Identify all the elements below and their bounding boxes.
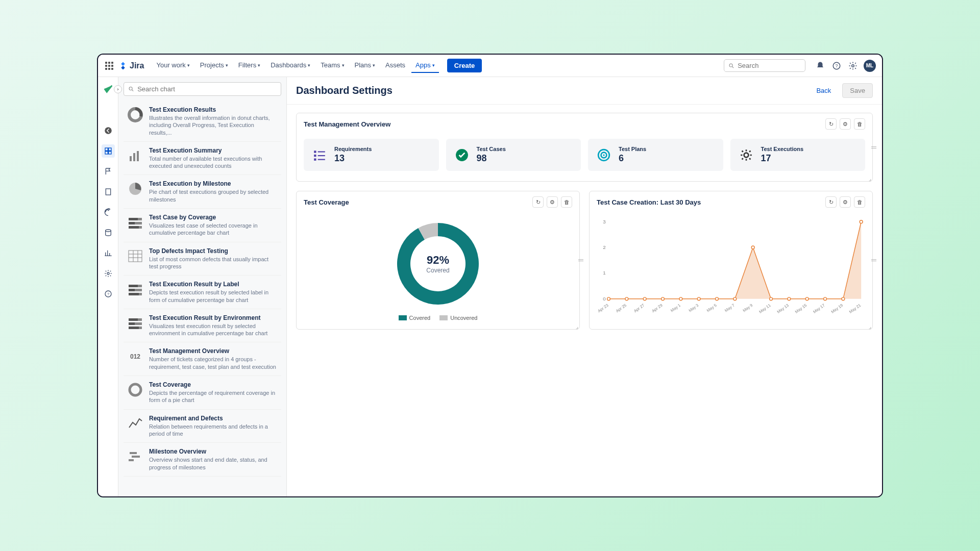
stat-value: 17 [761,153,804,164]
back-button[interactable]: Back [809,84,838,97]
panel-settings-button[interactable]: ⚙ [840,196,851,208]
svg-text:May 13: May 13 [776,303,790,314]
svg-line-16 [132,90,134,91]
rail-reports-icon[interactable] [102,246,115,260]
sidebar-search[interactable] [124,82,281,96]
rail-data-icon[interactable] [102,226,115,239]
chart-list-item[interactable]: Test Execution SummaryTotal number of av… [124,142,281,176]
svg-rect-25 [129,222,135,224]
panel-delete-button[interactable]: 🗑 [561,196,572,208]
rail-back-icon[interactable] [102,124,115,137]
svg-text:May 15: May 15 [794,303,808,314]
chart-list-item[interactable]: Requirement and DefectsRelation between … [124,410,281,443]
svg-rect-49 [129,459,134,461]
save-button[interactable]: Save [842,83,873,98]
user-avatar[interactable]: ML [864,60,876,72]
chart-sidebar: Test Execution ResultsIllustrates the ov… [118,77,287,496]
chart-list-item[interactable]: Test Execution Result by LabelDepicts te… [124,276,281,309]
chart-item-title: Test Execution Summary [149,147,278,154]
panel-delete-button[interactable]: 🗑 [854,118,865,130]
coverage-legend: CoveredUncovered [399,315,478,321]
chart-thumb-icon [127,281,144,298]
svg-rect-50 [314,151,316,153]
chart-list-item[interactable]: Test Case by CoverageVisualizes test cas… [124,209,281,242]
overview-panel: Test Management Overview ↻ ⚙ 🗑 Requireme… [296,113,873,182]
chart-item-title: Test Case by Coverage [149,214,278,221]
svg-point-72 [733,297,737,300]
svg-text:Apr 27: Apr 27 [633,303,645,314]
stat-card-requirements: Requirements13 [304,139,439,171]
panel-refresh-button[interactable]: ↻ [825,196,837,208]
rail-page-icon[interactable] [102,185,115,198]
global-search[interactable] [724,59,805,72]
resize-handle-icon[interactable]: ⌟ [576,323,578,330]
chart-thumb-icon [127,247,144,265]
resize-handle-icon[interactable]: || [578,259,584,262]
svg-text:?: ? [107,292,109,296]
rail-help-icon[interactable]: ? [102,287,115,300]
rail-settings-icon[interactable] [102,267,115,280]
resize-handle-icon[interactable]: ⌟ [869,176,871,182]
panel-settings-button[interactable]: ⚙ [840,118,851,130]
sidebar-search-input[interactable] [137,85,277,93]
stat-card-test-executions: Test Executions17 [730,139,866,171]
create-button[interactable]: Create [447,59,482,72]
chart-item-title: Test Execution Result by Environment [149,314,278,321]
svg-rect-34 [129,285,138,287]
stat-card-test-cases: Test Cases98 [446,139,581,171]
svg-line-1 [732,66,734,68]
chart-item-title: Test Management Overview [149,347,278,355]
svg-point-60 [744,153,748,157]
panel-refresh-button[interactable]: ↻ [825,118,837,130]
app-switcher-icon[interactable] [104,61,114,71]
panel-delete-button[interactable]: 🗑 [854,196,865,208]
chart-thumb-icon [127,415,144,432]
nav-item-apps[interactable]: Apps ▾ [411,58,439,73]
chart-list-item[interactable]: Test Execution by MilestonePie chart of … [124,175,281,209]
svg-rect-47 [130,452,137,454]
overview-title: Test Management Overview [304,120,390,128]
nav-item-your-work[interactable]: Your work ▾ [152,58,193,73]
global-search-input[interactable] [738,62,801,69]
rail-expand-toggle[interactable]: › [114,85,122,93]
nav-menu: Your work ▾Projects ▾Filters ▾Dashboards… [152,58,438,73]
chart-item-desc: Visualizes test case of selected coverag… [149,222,278,237]
svg-text:1: 1 [603,270,605,276]
resize-handle-icon[interactable]: ⌟ [869,323,871,330]
chart-list-item[interactable]: Test Execution Result by EnvironmentVisu… [124,309,281,343]
svg-text:Apr 25: Apr 25 [615,303,628,313]
nav-item-assets[interactable]: Assets [381,58,409,73]
chart-list-item[interactable]: Test Execution ResultsIllustrates the ov… [124,101,281,142]
panel-settings-button[interactable]: ⚙ [547,196,558,208]
resize-handle-icon[interactable]: || [871,259,877,262]
svg-rect-23 [129,218,138,220]
svg-rect-8 [105,152,108,154]
svg-point-77 [824,297,827,300]
svg-rect-7 [108,148,111,151]
notifications-icon[interactable] [815,60,826,71]
coverage-sublabel: Covered [426,267,449,274]
creation-line-chart: 0123Apr 23Apr 25Apr 27Apr 29May 1May 3Ma… [590,213,872,324]
rail-cycle-icon[interactable] [102,206,115,219]
nav-item-filters[interactable]: Filters ▾ [234,58,264,73]
nav-item-plans[interactable]: Plans ▾ [351,58,380,73]
nav-item-teams[interactable]: Teams ▾ [316,58,348,73]
rail-flag-icon[interactable] [102,165,115,178]
resize-handle-icon[interactable]: || [871,146,877,149]
nav-item-projects[interactable]: Projects ▾ [196,58,232,73]
jira-logo[interactable]: Jira [118,61,144,70]
help-icon[interactable]: ? [831,60,842,71]
panel-refresh-button[interactable]: ↻ [532,196,544,208]
svg-rect-9 [108,152,111,154]
checklist-icon [312,147,327,163]
chart-list-item[interactable]: Top Defects Impact TestingList of most c… [124,242,281,276]
settings-icon[interactable] [847,60,859,71]
chart-list-item[interactable]: Test CoverageDepicts the percentage of r… [124,376,281,410]
stat-label: Test Cases [477,146,506,152]
rail-dashboard-icon[interactable] [102,144,115,158]
nav-item-dashboards[interactable]: Dashboards ▾ [266,58,314,73]
svg-point-4 [852,64,854,67]
chart-list-item[interactable]: 012Test Management OverviewNumber of tic… [124,342,281,376]
chart-list-item[interactable]: Milestone OverviewOverview shows start a… [124,443,281,477]
svg-text:?: ? [835,63,838,68]
